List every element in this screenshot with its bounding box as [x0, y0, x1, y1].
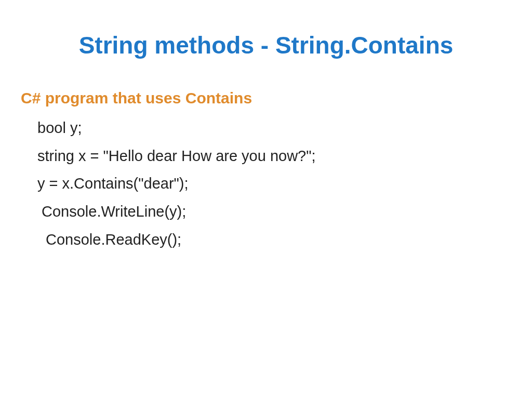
code-block: bool y; string x = "Hello dear How are y…: [21, 114, 511, 254]
slide-subheading: C# program that uses Contains: [21, 89, 511, 107]
code-line: bool y;: [37, 114, 511, 142]
slide-title: String methods - String.Contains: [21, 31, 511, 59]
code-line: string x = "Hello dear How are you now?"…: [37, 142, 511, 170]
code-line: y = x.Contains("dear");: [37, 170, 511, 198]
code-line: Console.WriteLine(y);: [37, 198, 511, 226]
code-line: Console.ReadKey();: [37, 226, 511, 254]
